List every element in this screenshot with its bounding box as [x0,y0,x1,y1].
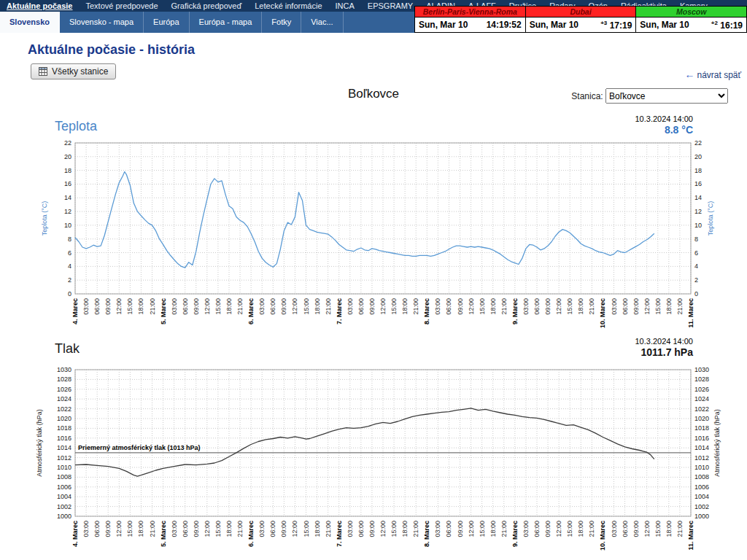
clock-date: Sun, Mar 10 [419,20,468,30]
pressure-current-value: 1011.7 hPa [635,346,693,358]
clock-city-label: Moscow [636,7,746,17]
svg-text:09:00: 09:00 [280,298,287,315]
secondary-nav-tab[interactable]: Európa - mapa [190,12,263,33]
svg-text:1016: 1016 [57,435,71,442]
all-stations-button[interactable]: Všetky stanice [31,63,116,79]
svg-text:12:00: 12:00 [379,521,387,537]
clock-date: Sun, Mar 10 [640,20,689,30]
svg-text:09:00: 09:00 [632,521,640,537]
svg-text:2: 2 [68,276,71,284]
svg-text:12:00: 12:00 [643,298,651,315]
svg-text:09:00: 09:00 [193,298,200,315]
svg-text:1030: 1030 [694,366,709,373]
svg-text:18:00: 18:00 [401,298,409,315]
svg-text:20: 20 [694,153,702,160]
svg-text:06:00: 06:00 [93,521,101,537]
svg-text:1012: 1012 [694,454,709,462]
svg-text:7. Marec: 7. Marec [336,298,343,324]
svg-text:21:00: 21:00 [588,521,595,537]
svg-text:09:00: 09:00 [193,521,200,537]
svg-text:10. Marec: 10. Marec [599,521,606,551]
temperature-timestamp: 10.3.2024 14:00 [635,114,693,123]
svg-text:5. Marec: 5. Marec [160,298,167,324]
svg-text:06:00: 06:00 [533,298,541,315]
svg-text:4. Marec: 4. Marec [71,521,79,547]
secondary-nav-tab[interactable]: Slovensko - mapa [60,12,144,33]
svg-text:21:00: 21:00 [588,298,595,315]
svg-text:03:00: 03:00 [434,298,441,315]
svg-text:15:00: 15:00 [390,298,398,315]
svg-text:15:00: 15:00 [654,521,662,537]
svg-text:Atmosférický tlak (hPa): Atmosférický tlak (hPa) [36,409,43,477]
svg-text:15:00: 15:00 [566,298,573,315]
primary-nav-tab[interactable]: Textové predpovede [79,0,164,12]
pressure-chart-meta: 10.3.2024 14:00 1011.7 hPa [635,337,693,358]
svg-text:21:00: 21:00 [236,298,244,315]
primary-nav-tab[interactable]: Grafická predpoveď [165,0,249,12]
svg-text:06:00: 06:00 [93,298,101,315]
svg-text:09:00: 09:00 [104,298,112,315]
svg-text:09:00: 09:00 [368,521,376,537]
svg-text:03:00: 03:00 [347,298,354,315]
svg-text:12:00: 12:00 [379,298,387,315]
svg-text:1024: 1024 [57,395,71,402]
svg-text:03:00: 03:00 [171,521,178,537]
svg-text:1030: 1030 [57,366,71,373]
svg-text:15:00: 15:00 [566,521,573,537]
svg-text:18: 18 [694,167,702,174]
primary-nav-tab[interactable]: Letecké informácie [248,0,328,12]
svg-text:06:00: 06:00 [445,521,452,537]
svg-text:Atmosférický tlak (hPa): Atmosférický tlak (hPa) [713,409,721,477]
svg-text:15:00: 15:00 [126,298,133,315]
svg-text:10. Marec: 10. Marec [599,298,606,328]
back-link[interactable]: ←návrat späť [684,69,741,80]
svg-text:12:00: 12:00 [555,298,562,315]
svg-text:18:00: 18:00 [314,521,321,537]
svg-text:4: 4 [68,262,71,270]
secondary-nav-tab[interactable]: Fotky [262,12,301,33]
svg-text:6. Marec: 6. Marec [247,521,255,547]
svg-text:21:00: 21:00 [149,298,156,315]
svg-text:4: 4 [694,262,698,270]
svg-text:22: 22 [64,139,71,147]
station-select[interactable]: Boľkovce [605,88,728,104]
svg-text:18:00: 18:00 [577,521,584,537]
svg-text:18:00: 18:00 [137,298,144,315]
primary-nav-tab[interactable]: INCA [329,0,361,12]
primary-nav-tab[interactable]: EPSGRAMY [361,0,419,12]
svg-text:1014: 1014 [694,444,709,451]
svg-text:15:00: 15:00 [390,521,398,537]
clock-date: Sun, Mar 10 [530,20,578,30]
svg-text:12: 12 [64,208,71,215]
svg-text:18:00: 18:00 [137,521,144,537]
svg-text:1020: 1020 [57,415,71,422]
secondary-nav-tab[interactable]: Viac... [301,12,343,33]
svg-text:03:00: 03:00 [258,521,266,537]
svg-text:09:00: 09:00 [544,298,551,315]
clock-city-label: Berlin-Paris-Vienna-Roma [415,7,525,17]
svg-text:1008: 1008 [694,473,709,481]
secondary-nav-tab[interactable]: Slovensko [0,12,60,33]
svg-text:1026: 1026 [57,386,71,393]
svg-text:Teplota (°C): Teplota (°C) [41,201,48,236]
svg-text:15:00: 15:00 [303,298,310,315]
svg-text:1004: 1004 [694,493,709,500]
clock-box: MoscowSun, Mar 10+2 16:19 [635,6,747,33]
svg-text:12:00: 12:00 [115,521,123,537]
svg-text:03:00: 03:00 [82,521,90,537]
svg-text:18:00: 18:00 [489,298,497,315]
svg-text:18:00: 18:00 [665,521,673,537]
world-clocks: Berlin-Paris-Vienna-RomaSun, Mar 1014:19… [414,6,747,33]
svg-text:09:00: 09:00 [104,521,112,537]
svg-text:09:00: 09:00 [457,298,464,315]
svg-text:0: 0 [68,290,71,298]
svg-text:09:00: 09:00 [632,298,640,315]
svg-text:11. Marec: 11. Marec [687,521,694,551]
secondary-nav-tab[interactable]: Európa [144,12,189,33]
all-stations-button-label: Všetky stanice [52,66,108,77]
svg-text:12:00: 12:00 [291,298,298,315]
svg-text:1000: 1000 [57,513,71,520]
primary-nav-tab[interactable]: Aktuálne počasie [0,0,79,12]
svg-text:03:00: 03:00 [258,298,266,315]
svg-text:1028: 1028 [694,376,709,383]
